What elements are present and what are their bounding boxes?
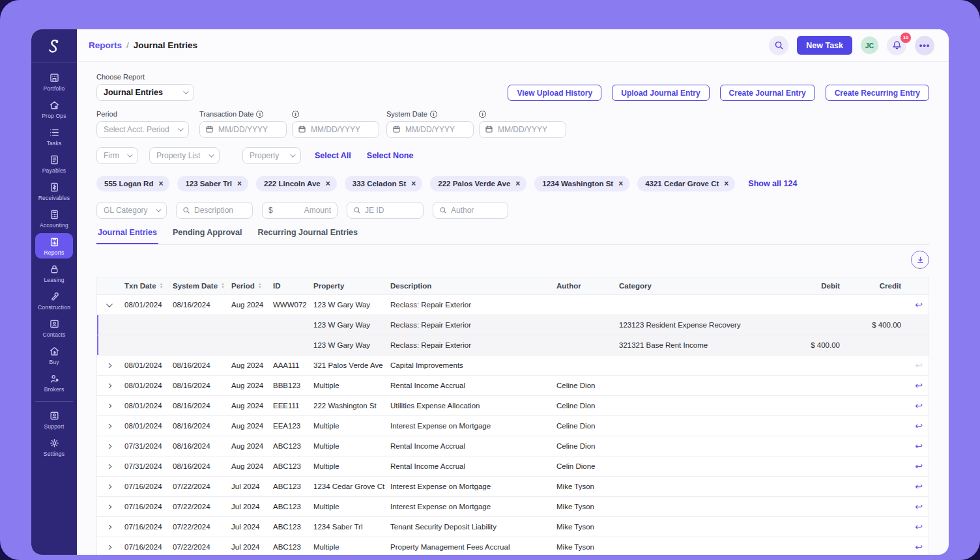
- property-chip[interactable]: 123 Saber Trl ×: [177, 176, 248, 191]
- table-row[interactable]: 08/01/2024 08/16/2024 Aug 2024 BBB123 Mu…: [97, 376, 929, 396]
- table-row[interactable]: 123 W Gary Way Reclass: Repair Exterior …: [97, 315, 929, 335]
- new-task-button[interactable]: New Task: [797, 36, 852, 55]
- sort-icon[interactable]: [160, 283, 164, 289]
- sidebar-item-leasing[interactable]: Leasing: [35, 260, 73, 286]
- property-chip[interactable]: 1234 Washington St ×: [534, 176, 629, 191]
- expander-icon[interactable]: [106, 303, 112, 307]
- author-input[interactable]: [451, 206, 502, 215]
- tab-journal-entries[interactable]: Journal Entries: [96, 228, 158, 244]
- table-row[interactable]: 08/01/2024 08/16/2024 Aug 2024 AAA111 32…: [97, 356, 929, 376]
- expander-icon[interactable]: [105, 384, 111, 388]
- create-journal-entry-button[interactable]: Create Journal Entry: [720, 85, 815, 101]
- download-button[interactable]: [911, 251, 929, 269]
- sidebar-item-portfolio[interactable]: Portfolio: [35, 69, 73, 94]
- report-select[interactable]: Journal Entries: [96, 84, 194, 101]
- table-row[interactable]: 08/01/2024 08/16/2024 Aug 2024 WWW072 12…: [97, 295, 929, 315]
- app-logo[interactable]: [31, 29, 77, 63]
- property-list-select[interactable]: Property List: [149, 147, 220, 164]
- sidebar-item-tasks[interactable]: Tasks: [35, 124, 73, 149]
- table-row[interactable]: 123 W Gary Way Reclass: Repair Exterior …: [97, 335, 929, 356]
- show-all-link[interactable]: Show all 124: [748, 179, 797, 188]
- undo-icon[interactable]: [915, 441, 923, 451]
- table-row[interactable]: 07/31/2024 08/16/2024 Aug 2024 ABC123 Mu…: [97, 436, 929, 456]
- column-period[interactable]: Period: [226, 282, 268, 290]
- expander-icon[interactable]: [105, 484, 111, 489]
- expander-icon[interactable]: [105, 545, 111, 550]
- chip-close-icon[interactable]: ×: [618, 180, 623, 188]
- undo-icon[interactable]: [915, 542, 923, 552]
- info-icon[interactable]: [479, 111, 486, 118]
- property-chip[interactable]: 555 Logan Rd ×: [96, 176, 169, 191]
- sidebar-item-buy[interactable]: Buy: [35, 343, 73, 368]
- sidebar-item-construction[interactable]: Construction: [35, 288, 73, 313]
- table-row[interactable]: 07/31/2024 08/16/2024 Aug 2024 ABC123 Mu…: [97, 456, 929, 477]
- sidebar-item-payables[interactable]: Payables: [35, 151, 73, 176]
- undo-icon[interactable]: [915, 462, 923, 471]
- table-row[interactable]: 07/16/2024 07/22/2024 Jul 2024 ABC123 Mu…: [97, 497, 929, 517]
- tab-recurring-journal-entries[interactable]: Recurring Journal Entries: [257, 228, 360, 244]
- table-row[interactable]: 08/01/2024 08/16/2024 Aug 2024 EEA123 Mu…: [97, 416, 929, 436]
- expander-icon[interactable]: [105, 404, 111, 408]
- info-icon[interactable]: [292, 111, 299, 118]
- info-icon[interactable]: [430, 111, 437, 118]
- property-chip[interactable]: 333 Celadon St ×: [345, 176, 422, 191]
- undo-icon[interactable]: [915, 482, 923, 491]
- chip-close-icon[interactable]: ×: [158, 180, 163, 188]
- undo-icon[interactable]: [915, 522, 923, 531]
- table-row[interactable]: 07/16/2024 07/22/2024 Jul 2024 ABC123 12…: [97, 517, 929, 537]
- sidebar-item-support[interactable]: Support: [35, 407, 73, 432]
- user-avatar[interactable]: JC: [861, 36, 878, 54]
- select-all-link[interactable]: Select All: [315, 151, 351, 160]
- column-txn-date[interactable]: Txn Date: [119, 282, 167, 290]
- property-chip[interactable]: 4321 Cedar Grove Ct ×: [637, 176, 735, 191]
- expander-icon[interactable]: [105, 525, 111, 529]
- property-select[interactable]: Property: [242, 147, 301, 164]
- table-row[interactable]: 07/16/2024 07/22/2024 Jul 2024 ABC123 Mu…: [97, 537, 929, 555]
- sidebar-item-receivables[interactable]: Receivables: [35, 178, 73, 204]
- sidebar-item-brokers[interactable]: Brokers: [35, 370, 73, 395]
- period-select[interactable]: Select Acct. Period: [96, 121, 189, 138]
- amount-input[interactable]: [277, 206, 331, 215]
- breadcrumb-reports-link[interactable]: Reports: [89, 40, 122, 50]
- table-row[interactable]: 08/01/2024 08/16/2024 Aug 2024 EEE111 22…: [97, 396, 929, 416]
- sort-icon[interactable]: [258, 283, 262, 289]
- expander-icon[interactable]: [105, 464, 111, 469]
- sidebar-item-contacts[interactable]: Contacts: [35, 315, 73, 341]
- notifications-button[interactable]: 10: [887, 36, 906, 55]
- undo-icon[interactable]: [915, 502, 923, 511]
- info-icon[interactable]: [256, 111, 263, 118]
- je-id-input[interactable]: [365, 206, 417, 215]
- tab-pending-approval[interactable]: Pending Approval: [171, 228, 244, 244]
- expander-icon[interactable]: [105, 505, 111, 509]
- sidebar-item-settings[interactable]: Settings: [35, 434, 73, 460]
- create-recurring-entry-button[interactable]: Create Recurring Entry: [826, 85, 929, 101]
- chip-close-icon[interactable]: ×: [515, 180, 520, 188]
- sidebar-item-reports[interactable]: Reports: [35, 233, 73, 259]
- property-chip[interactable]: 222 Palos Verde Ave ×: [430, 176, 526, 191]
- firm-select[interactable]: Firm: [96, 147, 138, 164]
- select-none-link[interactable]: Select None: [367, 151, 414, 160]
- sidebar-item-prop-ops[interactable]: Prop Ops: [35, 96, 73, 122]
- undo-icon[interactable]: [915, 401, 923, 410]
- table-row[interactable]: 07/16/2024 07/22/2024 Jul 2024 ABC123 12…: [97, 477, 929, 497]
- sidebar-item-accounting[interactable]: Accounting: [35, 206, 73, 231]
- expander-icon[interactable]: [105, 444, 111, 449]
- undo-icon[interactable]: [915, 381, 923, 390]
- more-options-button[interactable]: •••: [915, 36, 934, 55]
- undo-icon[interactable]: [915, 300, 923, 309]
- chip-close-icon[interactable]: ×: [411, 180, 416, 188]
- search-button[interactable]: [769, 36, 788, 55]
- undo-icon[interactable]: [915, 361, 923, 370]
- upload-journal-entry-button[interactable]: Upload Journal Entry: [612, 85, 709, 101]
- chip-close-icon[interactable]: ×: [237, 180, 242, 188]
- chip-close-icon[interactable]: ×: [326, 180, 330, 188]
- description-input[interactable]: [194, 206, 246, 215]
- undo-icon[interactable]: [915, 421, 923, 430]
- sort-icon[interactable]: [221, 283, 225, 289]
- view-upload-history-button[interactable]: View Upload History: [508, 85, 601, 101]
- expander-icon[interactable]: [105, 424, 111, 428]
- property-chip[interactable]: 222 Lincoln Ave ×: [256, 176, 337, 191]
- chip-close-icon[interactable]: ×: [724, 180, 728, 188]
- column-system-date[interactable]: System Date: [167, 282, 226, 290]
- gl-category-select[interactable]: GL Category: [96, 202, 167, 219]
